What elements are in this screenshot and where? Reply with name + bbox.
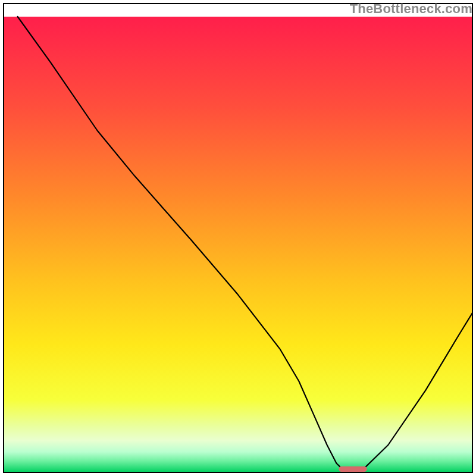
gradient-background: [4, 17, 472, 472]
watermark-text: TheBottleneck.com: [350, 1, 472, 17]
optimal-marker: [339, 466, 367, 472]
bottleneck-chart: TheBottleneck.com: [0, 0, 476, 476]
chart-canvas: [0, 0, 476, 476]
